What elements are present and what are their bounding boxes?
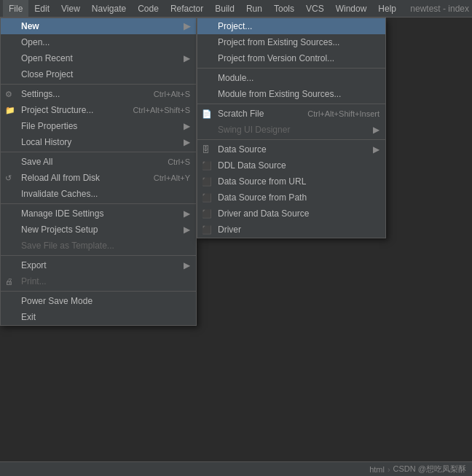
menu-code[interactable]: Code <box>132 0 165 17</box>
driver-ds-icon: ⬛ <box>202 209 212 219</box>
menu-item-power-save[interactable]: Power Save Mode <box>1 293 196 309</box>
menu-view[interactable]: View <box>55 0 86 17</box>
scratch-label: Scratch File <box>218 109 264 119</box>
menu-build[interactable]: Build <box>209 0 240 17</box>
project-structure-label: Project Structure... <box>21 105 93 115</box>
new-submenu-project[interactable]: Project... <box>197 18 385 34</box>
driver-icon: ⬛ <box>202 225 212 235</box>
print-icon: 🖨 <box>5 277 13 286</box>
menu-item-exit[interactable]: Exit <box>1 309 196 325</box>
ddl-label: DDL Data Source <box>218 160 286 171</box>
new-submenu-driver-ds[interactable]: ⬛ Driver and Data Source <box>197 206 385 222</box>
close-project-label: Close Project <box>21 69 73 79</box>
menu-item-project-structure[interactable]: 📁 Project Structure... Ctrl+Alt+Shift+S <box>1 102 196 118</box>
menu-item-save-template[interactable]: Save File as Template... <box>1 238 196 254</box>
project-structure-shortcut: Ctrl+Alt+Shift+S <box>133 106 190 114</box>
new-submenu-ddl[interactable]: ⬛ DDL Data Source <box>197 157 385 173</box>
data-source-icon: 🗄 <box>202 145 210 154</box>
separator-3 <box>1 203 196 204</box>
new-submenu-module-existing[interactable]: Module from Existing Sources... <box>197 86 385 102</box>
file-menu-dropdown: New ▶ Open... Open Recent ▶ Close Projec… <box>0 17 197 326</box>
menu-item-open[interactable]: Open... <box>1 34 196 50</box>
menu-item-new[interactable]: New ▶ <box>1 18 196 34</box>
new-submenu-ds-path[interactable]: ⬛ Data Source from Path <box>197 190 385 206</box>
new-label: New <box>21 21 39 31</box>
breadcrumb-csdn: CSDN @想吃凤梨酥 <box>393 464 466 475</box>
menu-item-new-projects[interactable]: New Projects Setup ▶ <box>1 222 196 238</box>
new-sep-1 <box>197 68 385 69</box>
project-structure-icon: 📁 <box>5 106 15 115</box>
breadcrumb: html › CSDN @想吃凤梨酥 <box>369 464 466 475</box>
menu-item-manage-ide[interactable]: Manage IDE Settings ▶ <box>1 206 196 222</box>
new-sep-3 <box>197 139 385 140</box>
module-existing-label: Module from Existing Sources... <box>218 89 341 99</box>
breadcrumb-arrow: › <box>388 465 390 474</box>
menubar: File Edit View Navigate Code Refactor Bu… <box>0 0 472 17</box>
project-existing-label: Project from Existing Sources... <box>218 37 339 47</box>
new-submenu-project-existing[interactable]: Project from Existing Sources... <box>197 34 385 50</box>
menu-item-open-recent[interactable]: Open Recent ▶ <box>1 50 196 66</box>
swing-arrow: ▶ <box>373 125 379 135</box>
power-save-label: Power Save Mode <box>21 296 93 306</box>
data-source-label: Data Source <box>218 144 267 155</box>
manage-ide-label: Manage IDE Settings <box>21 208 103 219</box>
new-submenu-module[interactable]: Module... <box>197 70 385 86</box>
app-title: newtest - index <box>410 4 469 14</box>
menu-item-settings[interactable]: ⚙ Settings... Ctrl+Alt+S <box>1 86 196 102</box>
new-submenu-ds-url[interactable]: ⬛ Data Source from URL <box>197 173 385 190</box>
menu-refactor[interactable]: Refactor <box>165 0 209 17</box>
swing-label: Swing UI Designer <box>218 125 290 135</box>
open-recent-arrow: ▶ <box>184 53 190 63</box>
menu-item-file-properties[interactable]: File Properties ▶ <box>1 118 196 134</box>
menu-item-close-project[interactable]: Close Project <box>1 66 196 82</box>
save-all-label: Save All <box>21 157 52 167</box>
menu-vcs[interactable]: VCS <box>300 0 330 17</box>
new-submenu-project-vcs[interactable]: Project from Version Control... <box>197 50 385 66</box>
new-projects-arrow: ▶ <box>184 225 190 235</box>
new-submenu-driver[interactable]: ⬛ Driver <box>197 222 385 238</box>
separator-2 <box>1 152 196 152</box>
status-bar: html › CSDN @想吃凤梨酥 <box>0 461 472 476</box>
file-properties-arrow: ▶ <box>184 121 190 131</box>
new-projects-label: New Projects Setup <box>21 225 98 235</box>
menu-item-invalidate[interactable]: Invalidate Caches... <box>1 186 196 202</box>
ds-url-icon: ⬛ <box>202 177 212 187</box>
new-submenu-scratch[interactable]: 📄 Scratch File Ctrl+Alt+Shift+Insert <box>197 106 385 122</box>
menu-edit[interactable]: Edit <box>28 0 55 17</box>
menu-item-save-all[interactable]: Save All Ctrl+S <box>1 154 196 170</box>
settings-label: Settings... <box>21 89 60 99</box>
scratch-icon: 📄 <box>202 109 212 119</box>
menu-item-reload[interactable]: ↺ Reload All from Disk Ctrl+Alt+Y <box>1 170 196 186</box>
driver-label: Driver <box>218 225 241 235</box>
local-history-label: Local History <box>21 137 71 147</box>
menu-navigate[interactable]: Navigate <box>86 0 132 17</box>
menu-tools[interactable]: Tools <box>268 0 300 17</box>
new-submenu-data-source[interactable]: 🗄 Data Source ▶ <box>197 141 385 157</box>
reload-icon: ↺ <box>5 173 12 183</box>
export-label: Export <box>21 260 47 270</box>
invalidate-label: Invalidate Caches... <box>21 189 98 199</box>
separator-5 <box>1 291 196 292</box>
local-history-arrow: ▶ <box>184 137 190 147</box>
menu-help[interactable]: Help <box>372 0 402 17</box>
breadcrumb-html: html <box>369 465 385 474</box>
new-submenu-swing[interactable]: Swing UI Designer ▶ <box>197 122 385 138</box>
ddl-icon: ⬛ <box>202 161 212 171</box>
reload-shortcut: Ctrl+Alt+Y <box>154 173 190 182</box>
menu-window[interactable]: Window <box>330 0 373 17</box>
new-submenu-dropdown: Project... Project from Existing Sources… <box>197 17 386 238</box>
reload-label: Reload All from Disk <box>21 173 100 183</box>
ds-url-label: Data Source from URL <box>218 176 306 187</box>
new-sep-2 <box>197 104 385 104</box>
menu-file[interactable]: File <box>3 0 28 17</box>
menu-item-print[interactable]: 🖨 Print... <box>1 273 196 289</box>
print-label: Print... <box>21 276 47 286</box>
menu-run[interactable]: Run <box>240 0 268 17</box>
menu-item-export[interactable]: Export ▶ <box>1 257 196 273</box>
ds-path-icon: ⬛ <box>202 193 212 203</box>
scratch-shortcut: Ctrl+Alt+Shift+Insert <box>307 109 379 118</box>
separator-4 <box>1 255 196 256</box>
file-properties-label: File Properties <box>21 121 77 131</box>
data-source-arrow: ▶ <box>373 144 379 155</box>
menu-item-local-history[interactable]: Local History ▶ <box>1 134 196 150</box>
